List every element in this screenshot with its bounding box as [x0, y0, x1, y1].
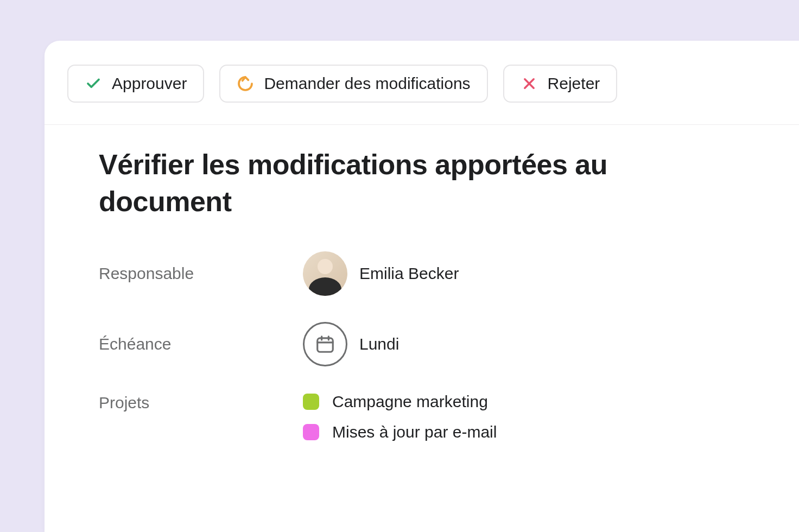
assignee-label: Responsable	[99, 264, 303, 283]
calendar-icon	[303, 322, 347, 366]
close-icon	[521, 75, 538, 92]
assignee-field: Responsable Emilia Becker	[99, 251, 745, 296]
due-date-label: Échéance	[99, 335, 303, 353]
reject-label: Rejeter	[548, 74, 600, 93]
projects-field: Projets Campagne marketing Mises à jour …	[99, 392, 745, 441]
avatar	[303, 251, 347, 296]
request-changes-button[interactable]: Demander des modifications	[219, 65, 487, 103]
project-name: Mises à jour par e-mail	[332, 423, 497, 441]
check-icon	[85, 75, 102, 92]
project-color-swatch	[303, 394, 319, 410]
redo-icon	[237, 75, 254, 92]
projects-list: Campagne marketing Mises à jour par e-ma…	[303, 392, 497, 441]
assignee-value[interactable]: Emilia Becker	[303, 251, 459, 296]
project-item[interactable]: Mises à jour par e-mail	[303, 423, 497, 441]
task-content: Vérifier les modifications apportées au …	[45, 125, 799, 441]
due-date-field: Échéance Lundi	[99, 322, 745, 366]
projects-label: Projets	[99, 392, 303, 412]
request-changes-label: Demander des modifications	[264, 74, 470, 93]
assignee-name: Emilia Becker	[359, 264, 459, 283]
project-item[interactable]: Campagne marketing	[303, 392, 497, 411]
project-name: Campagne marketing	[332, 392, 488, 411]
project-color-swatch	[303, 424, 319, 440]
due-date-value[interactable]: Lundi	[303, 322, 399, 366]
task-detail-card: Approuver Demander des modifications Rej…	[45, 41, 799, 532]
approve-button[interactable]: Approuver	[67, 65, 204, 103]
task-title[interactable]: Vérifier les modifications apportées au …	[99, 147, 745, 220]
svg-rect-2	[318, 338, 333, 352]
approval-toolbar: Approuver Demander des modifications Rej…	[45, 41, 799, 125]
approve-label: Approuver	[112, 74, 187, 93]
due-date-text: Lundi	[359, 335, 399, 353]
reject-button[interactable]: Rejeter	[503, 65, 618, 103]
